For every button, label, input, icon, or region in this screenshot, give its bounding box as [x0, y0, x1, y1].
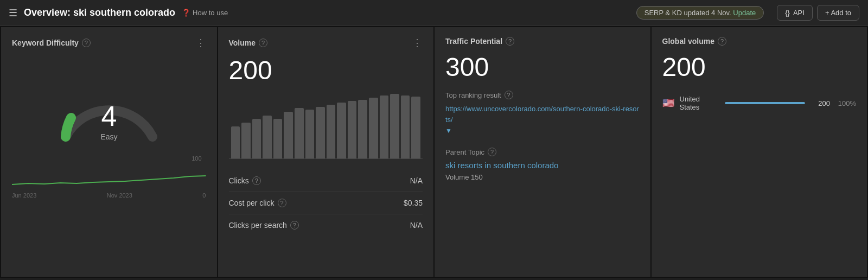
cards-container: Keyword Difficulty ? ⋮ 4 Easy 100 [0, 26, 868, 278]
global-volume-card: Global volume ? 200 🇺🇸 United States 200… [652, 27, 867, 277]
volume-card-header: Volume ? ⋮ [229, 37, 423, 49]
kd-card-title: Keyword Difficulty [12, 39, 79, 47]
top-ranking-label: Top ranking result ? [445, 91, 640, 99]
parent-topic-label: Parent Topic ? [445, 148, 640, 156]
country-pct-us: 100% [835, 99, 856, 107]
bar [390, 94, 399, 158]
gv-card-title: Global volume [662, 37, 714, 46]
cpc-help-icon[interactable]: ? [278, 199, 286, 207]
volume-more-icon[interactable]: ⋮ [412, 37, 423, 49]
top-ranking-url[interactable]: https://www.uncovercolorado.com/southern… [445, 105, 639, 124]
bar [273, 119, 283, 158]
country-row-us: 🇺🇸 United States 200 100% [662, 95, 857, 111]
volume-help-icon[interactable]: ? [259, 39, 267, 47]
parent-topic-help-icon[interactable]: ? [488, 148, 496, 156]
cps-label: Clicks per search [229, 221, 287, 230]
bar [369, 98, 378, 158]
country-bar-fill-us [725, 102, 805, 104]
cps-help-icon[interactable]: ? [290, 221, 299, 230]
kd-help-icon[interactable]: ? [82, 39, 91, 47]
header-actions: {} API + Add to [777, 5, 859, 21]
dropdown-arrow-icon[interactable]: ▼ [445, 127, 640, 135]
bar [252, 119, 261, 158]
svg-text:Easy: Easy [100, 132, 117, 141]
api-button[interactable]: {} API [777, 5, 813, 21]
parent-topic-volume: Volume 150 [445, 173, 640, 181]
cps-row: Clicks per search ? N/A [229, 214, 423, 236]
bar [263, 116, 272, 158]
traffic-potential-card: Traffic Potential ? 300 Top ranking resu… [435, 27, 650, 277]
clicks-value: N/A [410, 176, 423, 185]
bar [327, 105, 336, 158]
api-icon: {} [785, 9, 790, 17]
bar [284, 112, 293, 158]
bar [358, 100, 367, 158]
tp-help-icon[interactable]: ? [506, 37, 514, 46]
bar [241, 123, 251, 158]
cpc-label: Cost per click [229, 199, 275, 207]
volume-value: 200 [229, 55, 423, 85]
country-bar-container-us [725, 102, 805, 104]
gv-value: 200 [662, 52, 857, 82]
kd-scale: 100 [12, 155, 206, 162]
update-badge: SERP & KD updated 4 Nov. Update [636, 6, 764, 20]
clicks-row: Clicks ? N/A [229, 170, 423, 192]
kd-title-row: Keyword Difficulty ? [12, 39, 91, 47]
volume-title-row: Volume ? [229, 39, 268, 47]
how-to-use-link[interactable]: ❓ How to use [182, 9, 228, 17]
gv-help-icon[interactable]: ? [718, 37, 726, 46]
gv-card-header: Global volume ? [662, 37, 857, 46]
cpc-row: Cost per click ? $0.35 [229, 192, 423, 214]
kd-card-header: Keyword Difficulty ? ⋮ [12, 37, 206, 49]
bar [337, 103, 346, 158]
us-flag-icon: 🇺🇸 [662, 97, 674, 109]
gv-title-row: Global volume ? [662, 37, 726, 46]
bar [411, 97, 420, 158]
update-link[interactable]: Update [733, 9, 756, 17]
bar [348, 101, 357, 158]
volume-card-title: Volume [229, 39, 256, 47]
country-name-us: United States [680, 95, 720, 111]
kd-trend [12, 168, 206, 190]
bar [401, 96, 410, 158]
country-volume-us: 200 [810, 99, 830, 107]
parent-topic-section: Parent Topic ? ski resorts in southern c… [445, 148, 640, 181]
bar [305, 110, 315, 158]
volume-card: Volume ? ⋮ 200 Clicks ? N/A Cost per cli… [218, 27, 434, 277]
clicks-label: Clicks [229, 176, 249, 185]
bar [231, 126, 240, 159]
kd-gauge: 4 Easy [12, 55, 206, 153]
bar [380, 96, 389, 158]
tp-title-row: Traffic Potential ? [445, 37, 514, 46]
cpc-value: $0.35 [404, 199, 423, 207]
keyword-difficulty-card: Keyword Difficulty ? ⋮ 4 Easy 100 [1, 27, 217, 277]
clicks-help-icon[interactable]: ? [252, 176, 261, 185]
tp-card-title: Traffic Potential [445, 37, 502, 46]
top-ranking-help-icon[interactable]: ? [505, 91, 513, 99]
volume-bar-chart [229, 94, 423, 159]
parent-topic-link[interactable]: ski resorts in southern colorado [445, 161, 558, 170]
tp-value: 300 [445, 52, 640, 82]
volume-metrics: Clicks ? N/A Cost per click ? $0.35 Clic… [229, 170, 423, 236]
question-icon: ❓ [182, 9, 190, 17]
tp-card-header: Traffic Potential ? [445, 37, 640, 46]
bar [295, 108, 304, 158]
svg-text:4: 4 [101, 100, 117, 132]
cps-value: N/A [410, 221, 423, 230]
gauge-svg: 4 Easy [55, 55, 163, 153]
kd-more-icon[interactable]: ⋮ [196, 37, 206, 49]
bar [316, 107, 325, 158]
trend-svg [12, 168, 206, 190]
page-title: Overview: ski southern colorado [24, 7, 175, 18]
header: ☰ Overview: ski southern colorado ❓ How … [0, 0, 868, 26]
add-to-button[interactable]: + Add to [817, 5, 859, 21]
menu-icon[interactable]: ☰ [9, 7, 17, 19]
kd-trend-labels: Jun 2023 Nov 2023 0 [12, 192, 206, 199]
